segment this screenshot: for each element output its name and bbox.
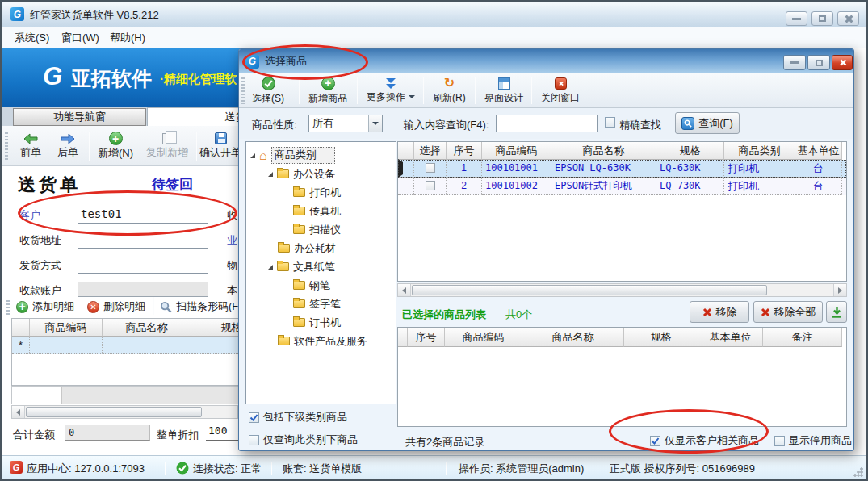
red-x-icon [761,307,770,317]
dialog-minimize-button[interactable] [783,55,806,70]
menu-window[interactable]: 窗口(W) [61,31,99,45]
close-square-icon [555,77,567,90]
ui-design-button[interactable]: 界面设计 [480,75,528,107]
row-marker-header [398,142,414,160]
col-product-code: 商品编码 [30,319,103,337]
tree-node[interactable]: 扫描仪 [246,220,396,239]
refresh-button[interactable]: ↻ 刷新(R) [428,75,471,107]
include-sub-checkbox[interactable] [249,412,259,423]
home-icon: ⌂ [259,150,267,161]
save-icon [215,132,227,144]
expand-icon[interactable] [268,172,273,177]
tree-node[interactable]: 打印机 [246,183,396,202]
arrow-right-icon [61,133,75,144]
annotation-ellipse-dialog-title [242,44,368,80]
toolbar-separator [299,77,300,104]
dialog-close-button[interactable] [832,55,853,70]
export-selected-button[interactable] [826,301,847,323]
only-this-option[interactable]: 仅查询此类别下商品 [249,433,358,447]
add-detail-button[interactable]: + 添加明细 [16,299,74,315]
license-status: 正式版 授权序列号: 051696989 [610,462,755,476]
next-doc-button[interactable]: 后单 [50,128,86,164]
tree-node[interactable]: 办公设备 [246,165,396,183]
exact-search-checkbox[interactable] [605,117,615,128]
folder-icon [277,169,289,178]
include-sub-option[interactable]: 包括下级类别商品 [249,410,347,425]
delete-detail-button[interactable]: ✕ 删除明细 [87,299,145,315]
resize-grip[interactable] [853,467,863,477]
copy-new-button[interactable]: 复制新增 [140,128,194,164]
product-row[interactable]: 1 100101001 EPSON LQ-630K LQ-630K 打印机 台 [398,160,846,178]
show-disabled-checkbox[interactable] [774,436,785,446]
tree-node[interactable]: 签字笔 [246,295,396,313]
confirm-issue-button[interactable]: 确认开单 [199,128,242,164]
scan-barcode-button[interactable]: 扫描条形码(F4) [160,299,248,315]
product-table-hscrollbar[interactable] [397,283,847,297]
new-doc-button[interactable]: + 新增(N) [92,128,139,164]
tab-nav-panel[interactable]: 功能导航窗 [13,108,146,126]
main-maximize-button[interactable] [811,11,833,26]
remove-all-button[interactable]: 移除全部 [753,301,823,323]
scroll-thumb[interactable] [412,285,767,295]
content-query-input[interactable] [496,115,598,132]
toolbar-separator [423,77,424,104]
prev-doc-button[interactable]: 前单 [13,128,48,164]
scroll-left-arrow[interactable] [398,284,411,296]
row-checkbox[interactable] [426,181,435,190]
menu-system[interactable]: 系统(S) [15,31,49,45]
delete-icon: ✕ [87,301,99,313]
tree-node[interactable]: 钢笔 [246,276,396,295]
col-name: 商品名称 [551,142,656,160]
remove-button[interactable]: 移除 [690,301,749,323]
total-amount-label: 合计金额 [13,428,55,442]
col-spec: 规格 [656,142,724,160]
tree-node[interactable]: 文具纸笔 [246,257,396,276]
toolbar-separator [89,132,90,161]
ship-method-input[interactable] [78,258,208,274]
menu-help[interactable]: 帮助(H) [110,31,145,45]
col-unit: 基本单位 [698,328,763,347]
show-disabled-option[interactable]: 显示停用商品 [774,433,852,448]
scroll-thumb[interactable] [26,407,202,417]
scroll-left-arrow[interactable] [12,406,25,418]
product-row[interactable]: 2 100101002 EPSON针式打印机 LQ-730K 打印机 台 [398,178,846,195]
account-input[interactable] [78,282,208,297]
tree-node[interactable]: 订书机 [246,313,396,332]
main-minimize-button[interactable] [786,11,807,26]
minimize-icon [792,18,801,20]
scroll-right-arrow[interactable] [833,284,846,296]
total-amount-value: 0 [65,425,150,441]
grid-new-row[interactable]: * [12,337,238,354]
clipped-label-2: 业 [227,233,237,248]
tree-node[interactable]: 办公耗材 [246,239,396,257]
grid-hscrollbar[interactable] [11,405,238,419]
only-this-checkbox[interactable] [249,435,259,445]
search-button[interactable]: 查询(F) [675,112,740,134]
close-window-button[interactable]: 关闭窗口 [536,75,585,107]
more-actions-button[interactable]: 更多操作 [362,75,420,107]
discount-label: 整单折扣 [157,428,199,442]
dialog-restore-button[interactable] [807,55,830,70]
address-input[interactable] [78,233,208,249]
select-button[interactable]: 选择(S) [247,75,289,107]
tree-node[interactable]: 软件产品及服务 [246,332,396,350]
expand-icon[interactable] [268,265,273,270]
row-checkbox[interactable] [426,163,435,173]
expand-icon[interactable] [250,153,255,158]
brand-name: 亚拓软件 [71,65,152,92]
tree-node-root[interactable]: ⌂ 商品类别 [246,146,396,165]
brand-logo-icon: G [39,63,66,90]
main-titlebar: G 红管家送货单软件 V8.5.212 [2,2,866,27]
col-code: 商品编码 [482,142,551,160]
product-nature-select[interactable]: 所有 [308,115,383,132]
main-close-button[interactable] [837,11,859,26]
dropdown-caret-icon [368,115,382,132]
address-label: 收货地址 [19,233,61,248]
tree-node[interactable]: 传真机 [246,202,396,220]
toolbar-grip [5,132,8,160]
statusbar-separator [446,462,447,475]
grid-footer-cell [12,387,62,404]
row-marker-header [398,328,408,347]
statusbar-app-icon: G [10,461,23,474]
col-product-name: 商品名称 [103,319,191,337]
